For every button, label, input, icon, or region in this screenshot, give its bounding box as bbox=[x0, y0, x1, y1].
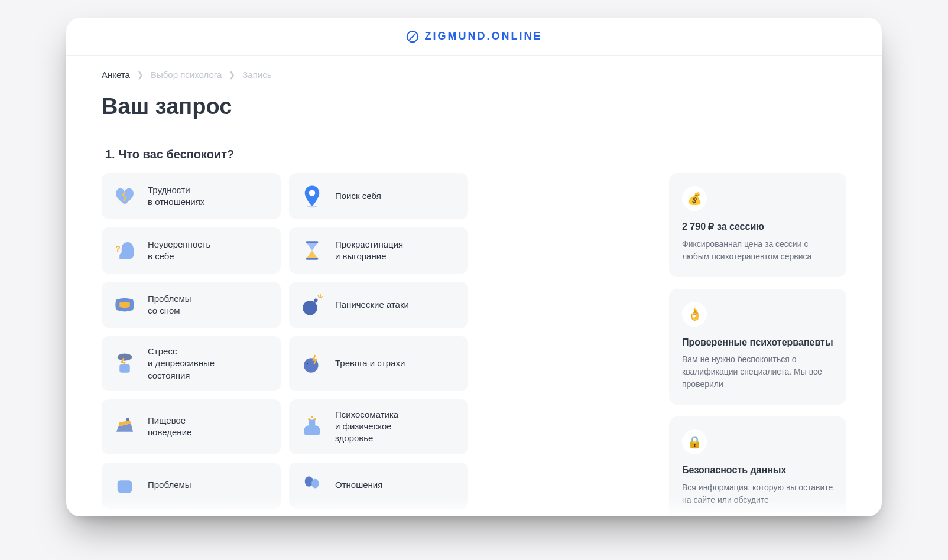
svg-point-3 bbox=[307, 206, 317, 208]
svg-point-15 bbox=[311, 416, 313, 419]
info-card-title: 2 790 ₽ за сессию bbox=[682, 220, 833, 233]
hourglass-icon bbox=[300, 238, 324, 263]
chevron-right-icon: ❯ bbox=[137, 70, 144, 79]
info-card-price: 💰 2 790 ₽ за сессию Фиксированная цена з… bbox=[669, 173, 846, 277]
svg-point-7 bbox=[303, 301, 317, 315]
app-header: ZIGMUND.ONLINE bbox=[66, 18, 882, 56]
cake-icon bbox=[112, 414, 137, 439]
page-content: Анкета ❯ Выбор психолога ❯ Запись Ваш за… bbox=[66, 56, 882, 516]
topic-card-psychosomatic[interactable]: Психосоматикаи физическоездоровье bbox=[289, 399, 468, 454]
money-bag-icon: 💰 bbox=[682, 186, 707, 211]
ok-hand-icon: 👌 bbox=[682, 302, 707, 327]
breadcrumb-step-3: Запись bbox=[242, 70, 271, 80]
bomb-icon bbox=[300, 292, 324, 317]
lock-icon: 🔒 bbox=[682, 429, 707, 454]
svg-point-12 bbox=[126, 418, 129, 421]
topic-card-panic[interactable]: Панические атаки bbox=[289, 282, 468, 328]
brand-logo[interactable]: ZIGMUND.ONLINE bbox=[406, 30, 543, 43]
svg-rect-10 bbox=[119, 364, 130, 373]
logo-mark-icon bbox=[406, 30, 419, 43]
svg-point-13 bbox=[308, 418, 310, 421]
topic-label: Проблемысо сном bbox=[148, 293, 191, 317]
question-heading: 1. Что вас беспокоит? bbox=[102, 148, 846, 161]
topic-label: Отношения bbox=[335, 479, 382, 491]
topic-card-anxiety[interactable]: Тревога и страхи bbox=[289, 336, 468, 391]
topic-label: Стресси депрессивныесостояния bbox=[148, 346, 215, 382]
info-card-text: Вам не нужно беспокоиться о квалификации… bbox=[682, 353, 833, 390]
svg-point-9 bbox=[118, 354, 132, 361]
main-layout: Трудностив отношениях Поиск себя ? Неуве… bbox=[102, 173, 846, 516]
info-card-verified: 👌 Проверенные психотервапевты Вам не нуж… bbox=[669, 289, 846, 405]
svg-rect-6 bbox=[306, 258, 319, 260]
topic-card-find-self[interactable]: Поиск себя bbox=[289, 173, 468, 219]
topic-card-sleep[interactable]: Проблемысо сном bbox=[102, 282, 281, 328]
map-pin-icon bbox=[300, 184, 324, 209]
topic-label: Неуверенностьв себе bbox=[148, 239, 210, 263]
topic-label: Психосоматикаи физическоездоровье bbox=[335, 409, 398, 445]
svg-rect-16 bbox=[118, 480, 132, 493]
breadcrumb-step-1[interactable]: Анкета bbox=[102, 70, 130, 80]
topic-card-eating[interactable]: Пищевоеповедение bbox=[102, 399, 281, 454]
app-window: ZIGMUND.ONLINE Анкета ❯ Выбор психолога … bbox=[66, 18, 882, 516]
svg-point-14 bbox=[314, 418, 317, 421]
topic-label: Панические атаки bbox=[335, 299, 409, 311]
topic-label: Проблемы bbox=[148, 479, 191, 491]
pillow-icon bbox=[112, 292, 137, 317]
fear-face-icon bbox=[300, 351, 324, 376]
svg-point-2 bbox=[309, 190, 316, 197]
topic-card-burnout[interactable]: Прокрастинацияи выгорание bbox=[289, 227, 468, 274]
brand-name: ZIGMUND.ONLINE bbox=[425, 30, 543, 43]
info-card-text: Фиксированная цена за сессии с любым пси… bbox=[682, 238, 833, 263]
topic-card-problems[interactable]: Проблемы bbox=[102, 463, 281, 509]
info-card-security: 🔒 Безопасность данных Вся информация, ко… bbox=[669, 416, 846, 516]
svg-text:?: ? bbox=[115, 244, 121, 253]
strength-icon bbox=[300, 414, 324, 439]
topic-label: Прокрастинацияи выгорание bbox=[335, 239, 403, 263]
info-sidebar: 💰 2 790 ₽ за сессию Фиксированная цена з… bbox=[669, 173, 846, 516]
topic-card-relations[interactable]: Отношения bbox=[289, 463, 468, 509]
breadcrumb-step-2: Выбор психолога bbox=[151, 70, 222, 80]
topic-label: Поиск себя bbox=[335, 190, 381, 202]
generic-icon bbox=[112, 473, 137, 498]
info-card-title: Проверенные психотервапевты bbox=[682, 336, 833, 349]
topic-label: Пищевоеповедение bbox=[148, 415, 191, 439]
info-card-text: Вся информация, которую вы оставите на с… bbox=[682, 481, 833, 506]
topic-card-relationships[interactable]: Трудностив отношениях bbox=[102, 173, 281, 219]
balloons-icon bbox=[300, 473, 324, 498]
info-card-title: Безопасность данных bbox=[682, 464, 833, 477]
topic-label: Тревога и страхи bbox=[335, 357, 405, 369]
svg-line-1 bbox=[410, 34, 415, 39]
chevron-right-icon: ❯ bbox=[229, 70, 235, 79]
breadcrumb: Анкета ❯ Выбор психолога ❯ Запись bbox=[102, 70, 846, 80]
svg-point-18 bbox=[311, 478, 319, 488]
broken-heart-icon bbox=[112, 184, 137, 209]
thinking-person-icon: ? bbox=[112, 238, 137, 263]
topic-card-stress[interactable]: Стресси депрессивныесостояния bbox=[102, 336, 281, 391]
storm-head-icon bbox=[112, 351, 137, 376]
topic-label: Трудностив отношениях bbox=[148, 184, 204, 209]
page-title: Ваш запрос bbox=[102, 94, 846, 119]
svg-rect-5 bbox=[306, 241, 319, 243]
topic-grid: Трудностив отношениях Поиск себя ? Неуве… bbox=[102, 173, 468, 509]
topic-card-confidence[interactable]: ? Неуверенностьв себе bbox=[102, 227, 281, 274]
